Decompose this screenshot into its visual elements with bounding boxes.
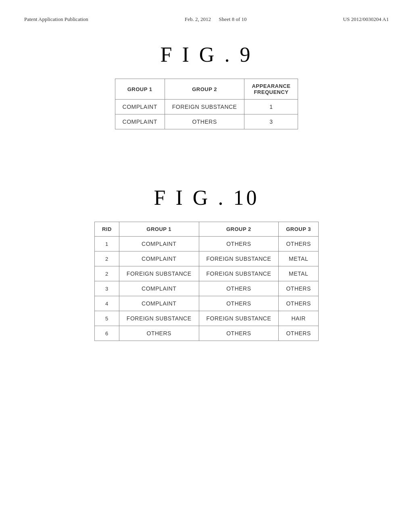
fig10-row1-g1: COMPLAINT [119, 237, 199, 251]
fig10-row3-rid: 2 [94, 266, 119, 281]
fig10-header-row: RID GROUP 1 GROUP 2 GROUP 3 [94, 222, 318, 237]
fig9-col-frequency: APPEARANCEFREQUENCY [244, 79, 298, 100]
fig10-row2-g2: FOREIGN SUBSTANCE [199, 251, 279, 266]
fig10-row5-rid: 4 [94, 296, 119, 311]
fig9-table-container: GROUP 1 GROUP 2 APPEARANCEFREQUENCY COMP… [24, 79, 389, 129]
fig10-col-rid: RID [94, 222, 119, 237]
fig10-row1-rid: 1 [94, 237, 119, 251]
fig10-col-group2: GROUP 2 [199, 222, 279, 237]
fig9-header-row: GROUP 1 GROUP 2 APPEARANCEFREQUENCY [115, 79, 298, 100]
fig9-title: F I G . 9 [24, 43, 389, 66]
header-patent-number: US 2012/0030204 A1 [343, 16, 389, 23]
fig10-row4-g1: COMPLAINT [119, 281, 199, 296]
fig10-row3-g1: FOREIGN SUBSTANCE [119, 266, 199, 281]
table-row: COMPLAINT OTHERS 3 [115, 114, 298, 129]
fig9-col-group1: GROUP 1 [115, 79, 165, 100]
fig9-row1-col2: FOREIGN SUBSTANCE [165, 100, 244, 114]
fig10-row6-g2: FOREIGN SUBSTANCE [199, 311, 279, 326]
table-row: 6 OTHERS OTHERS OTHERS [94, 326, 318, 341]
fig9-row1-col1: COMPLAINT [115, 100, 165, 114]
fig10-row7-g2: OTHERS [199, 326, 279, 341]
fig10-row5-g3: OTHERS [279, 296, 319, 311]
fig10-row7-g1: OTHERS [119, 326, 199, 341]
fig9-row1-col3: 1 [244, 100, 298, 114]
fig10-row4-rid: 3 [94, 281, 119, 296]
table-row: 4 COMPLAINT OTHERS OTHERS [94, 296, 318, 311]
fig9-table: GROUP 1 GROUP 2 APPEARANCEFREQUENCY COMP… [115, 79, 298, 129]
header-sheet: Sheet 8 of 10 [219, 16, 247, 22]
fig10-row5-g2: OTHERS [199, 296, 279, 311]
fig10-row5-g1: COMPLAINT [119, 296, 199, 311]
fig10-row2-g3: METAL [279, 251, 319, 266]
fig9-row2-col2: OTHERS [165, 114, 244, 129]
fig10-row6-g3: HAIR [279, 311, 319, 326]
fig9-row2-col3: 3 [244, 114, 298, 129]
table-row: 2 COMPLAINT FOREIGN SUBSTANCE METAL [94, 251, 318, 266]
table-row: 5 FOREIGN SUBSTANCE FOREIGN SUBSTANCE HA… [94, 311, 318, 326]
fig10-col-group3: GROUP 3 [279, 222, 319, 237]
header-date: Feb. 2, 2012 [185, 16, 211, 22]
fig10-row6-rid: 5 [94, 311, 119, 326]
page-header: Patent Application Publication Feb. 2, 2… [24, 16, 389, 23]
fig10-row6-g1: FOREIGN SUBSTANCE [119, 311, 199, 326]
fig10-row2-rid: 2 [94, 251, 119, 266]
fig10-row3-g2: FOREIGN SUBSTANCE [199, 266, 279, 281]
fig10-row4-g2: OTHERS [199, 281, 279, 296]
section-gap [24, 154, 389, 186]
fig10-table-container: RID GROUP 1 GROUP 2 GROUP 3 1 COMPLAINT … [24, 222, 389, 341]
fig10-row3-g3: METAL [279, 266, 319, 281]
fig10-row1-g2: OTHERS [199, 237, 279, 251]
fig10-row1-g3: OTHERS [279, 237, 319, 251]
fig9-col-group2: GROUP 2 [165, 79, 244, 100]
fig9-row2-col1: COMPLAINT [115, 114, 165, 129]
fig10-row7-rid: 6 [94, 326, 119, 341]
fig10-row4-g3: OTHERS [279, 281, 319, 296]
fig10-row7-g3: OTHERS [279, 326, 319, 341]
page: Patent Application Publication Feb. 2, 2… [0, 0, 413, 532]
header-publication-label: Patent Application Publication [24, 16, 88, 23]
fig10-col-group1: GROUP 1 [119, 222, 199, 237]
table-row: 2 FOREIGN SUBSTANCE FOREIGN SUBSTANCE ME… [94, 266, 318, 281]
fig10-title: F I G . 10 [24, 186, 389, 210]
table-row: 3 COMPLAINT OTHERS OTHERS [94, 281, 318, 296]
fig10-row2-g1: COMPLAINT [119, 251, 199, 266]
fig10-table: RID GROUP 1 GROUP 2 GROUP 3 1 COMPLAINT … [94, 222, 319, 341]
header-date-sheet: Feb. 2, 2012 Sheet 8 of 10 [185, 16, 246, 23]
table-row: COMPLAINT FOREIGN SUBSTANCE 1 [115, 100, 298, 114]
table-row: 1 COMPLAINT OTHERS OTHERS [94, 237, 318, 251]
